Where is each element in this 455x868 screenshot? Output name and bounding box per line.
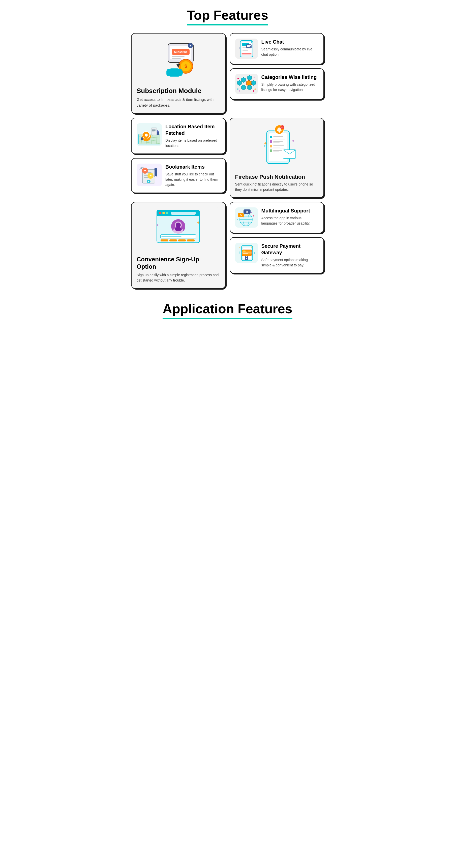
svg-rect-90 <box>270 136 272 138</box>
svg-marker-34 <box>238 81 242 86</box>
svg-marker-29 <box>242 78 245 83</box>
multilingual-card: 文 A Multilingual Support Access the app … <box>230 202 324 233</box>
svg-rect-12 <box>167 69 182 76</box>
subscription-desc: Get access to limitless ads & item listi… <box>136 97 220 108</box>
svg-marker-33 <box>242 85 245 90</box>
svg-rect-95 <box>273 143 279 143</box>
location-icon <box>138 124 161 146</box>
svg-text:✦: ✦ <box>250 246 252 248</box>
svg-point-142 <box>253 215 254 217</box>
svg-rect-99 <box>270 150 272 152</box>
firebase-card: 12 <box>230 118 324 198</box>
svg-text:+: + <box>239 46 241 50</box>
svg-rect-64 <box>152 129 155 129</box>
subscription-card: Subscribe ▼ $ <box>131 33 225 114</box>
svg-text:12: 12 <box>281 126 283 129</box>
subscription-icon: Subscribe ▼ $ <box>153 38 204 84</box>
svg-line-39 <box>245 85 246 86</box>
categories-title: Categories Wise listing <box>262 74 318 81</box>
svg-point-106 <box>265 143 267 145</box>
svg-rect-65 <box>152 130 155 131</box>
live-chat-title: Live Chat <box>262 38 318 45</box>
svg-point-42 <box>253 90 254 92</box>
bookmark-desc: Save stuff you like to check out later, … <box>165 172 220 187</box>
svg-rect-25 <box>242 54 251 55</box>
svg-text:+: + <box>155 217 157 221</box>
svg-text:Subscribe: Subscribe <box>174 51 187 54</box>
live-chat-text: Live Chat Seamlessly communicate by live… <box>262 38 318 57</box>
svg-text:+: + <box>250 40 252 44</box>
svg-point-58 <box>145 133 148 136</box>
signup-title: Convenience Sign-Up Option <box>136 256 220 271</box>
payment-icon: ↑ ↓ ✦ ✦ + <box>237 244 256 262</box>
live-chat-card: + + Live Chat Seamlessly communicate by … <box>230 33 324 64</box>
svg-point-113 <box>162 212 165 214</box>
location-title: Location Based Item Fetched <box>165 123 220 136</box>
subscription-image: Subscribe ▼ $ <box>136 38 220 84</box>
categories-icon-area <box>235 74 258 94</box>
svg-rect-4 <box>172 56 184 57</box>
svg-text:▼: ▼ <box>148 180 150 183</box>
top-features-row: Subscribe ▼ $ <box>131 33 324 114</box>
multilingual-icon: 文 A <box>237 208 256 227</box>
right-top-col: + + Live Chat Seamlessly communicate by … <box>230 33 324 114</box>
svg-rect-92 <box>273 138 281 138</box>
signup-card: + + Convenience Sign-Up Option Sign up e… <box>131 202 225 288</box>
signup-desc: Sign up easily with a simple registratio… <box>136 273 220 283</box>
bookmark-text: Bookmark Items Save stuff you like to ch… <box>165 163 220 187</box>
categories-card: Categories Wise listing Simplify browsin… <box>230 68 324 99</box>
multilingual-desc: Access the app in various languages for … <box>262 216 318 226</box>
svg-rect-63 <box>151 128 157 135</box>
svg-text:+: + <box>196 217 198 221</box>
live-chat-desc: Seamlessly communicate by live chat opti… <box>262 46 318 57</box>
bottom-features-row: + + Convenience Sign-Up Option Sign up e… <box>131 202 324 288</box>
svg-text:↓: ↓ <box>253 251 255 255</box>
page-header: Top Features <box>131 5 324 26</box>
svg-text:♥: ♥ <box>144 169 146 173</box>
multilingual-icon-area: 文 A <box>235 208 258 227</box>
svg-point-112 <box>159 212 161 214</box>
firebase-desc: Sent quick notifications directly to use… <box>235 182 318 192</box>
svg-point-144 <box>237 219 238 220</box>
payment-icon-area: ↑ ↓ ✦ ✦ + <box>235 243 258 263</box>
page-title: Top Features <box>187 7 268 26</box>
svg-rect-93 <box>270 141 272 143</box>
location-desc: Display items based on preferred locatio… <box>165 138 220 149</box>
svg-point-82 <box>142 166 144 168</box>
bookmark-title: Bookmark Items <box>165 163 220 170</box>
payment-text: Secure Payment Gateway Safe payment opti… <box>262 243 318 268</box>
svg-text:$: $ <box>184 64 187 69</box>
svg-point-119 <box>176 222 181 227</box>
payment-desc: Safe payment options making it simple & … <box>262 257 318 268</box>
categories-icon <box>237 74 256 93</box>
location-text: Location Based Item Fetched Display item… <box>165 123 220 149</box>
svg-rect-98 <box>273 147 280 148</box>
svg-point-44 <box>253 76 254 78</box>
svg-rect-91 <box>273 136 283 137</box>
svg-text:A: A <box>240 213 242 217</box>
multilingual-title: Multilingual Support <box>262 208 318 214</box>
svg-rect-122 <box>161 236 182 237</box>
svg-point-107 <box>264 145 266 147</box>
svg-text:▼: ▼ <box>189 44 191 47</box>
svg-point-114 <box>166 212 169 214</box>
svg-text:★: ★ <box>149 174 152 178</box>
location-card: Location Based Item Fetched Display item… <box>131 118 225 154</box>
payment-title: Secure Payment Gateway <box>262 243 318 256</box>
svg-point-108 <box>293 140 294 142</box>
svg-rect-23 <box>247 46 250 46</box>
svg-rect-124 <box>170 240 177 242</box>
live-chat-icon: + + <box>237 39 256 58</box>
signup-icon: + + <box>153 208 204 253</box>
live-chat-icon-area: + + <box>235 38 258 59</box>
svg-rect-96 <box>270 145 272 148</box>
left-mid-col: Location Based Item Fetched Display item… <box>131 118 225 198</box>
categories-text: Categories Wise listing Simplify browsin… <box>262 74 318 93</box>
bookmark-card: ♥ ★ ▼ Bookmark Items Save stuff <box>131 158 225 193</box>
svg-rect-123 <box>160 240 168 242</box>
svg-text:✦: ✦ <box>239 247 241 249</box>
firebase-image: 12 <box>235 123 318 171</box>
svg-point-128 <box>156 224 158 226</box>
svg-marker-31 <box>251 81 255 86</box>
page-footer: Application Features <box>131 296 324 321</box>
